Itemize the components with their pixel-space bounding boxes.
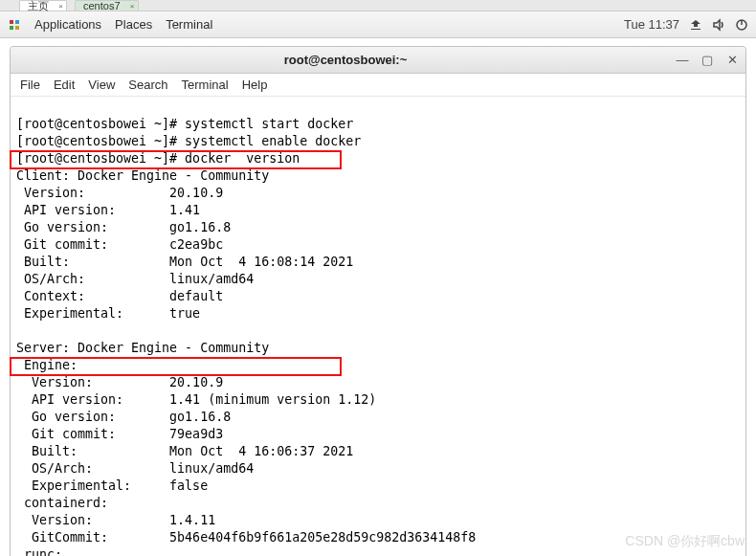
menu-search[interactable]: Search [128, 78, 167, 92]
menu-terminal[interactable]: Terminal [182, 78, 229, 92]
network-icon[interactable] [689, 18, 702, 32]
clock[interactable]: Tue 11:37 [624, 17, 679, 32]
close-icon[interactable]: × [130, 1, 135, 11]
term-line: Go version: go1.16.8 [16, 410, 231, 424]
term-line: OS/Arch: linux/amd64 [16, 461, 254, 476]
window-title: root@centosbowei:~ [16, 53, 675, 67]
term-line: Git commit: c2ea9bc [16, 237, 223, 252]
sound-icon[interactable] [712, 18, 725, 32]
term-line: Version: 20.10.9 [16, 375, 223, 389]
places-menu[interactable]: Places [115, 17, 152, 32]
term-line: GitCommit: 5b46e404f6b9f661a205e28d59c98… [16, 530, 476, 545]
tab-label: centos7 [83, 0, 121, 11]
term-line: [root@centosbowei ~]# systemctl enable d… [16, 134, 361, 148]
menu-help[interactable]: Help [242, 78, 268, 92]
menu-view[interactable]: View [88, 78, 115, 92]
menu-edit[interactable]: Edit [54, 78, 75, 92]
minimize-button[interactable]: — [675, 53, 690, 67]
term-line: Client: Docker Engine - Community [16, 168, 269, 183]
term-line: Context: default [16, 289, 223, 303]
close-icon[interactable]: × [58, 1, 63, 11]
terminal-window: root@centosbowei:~ — ▢ ✕ File Edit View … [10, 46, 746, 556]
term-line: [root@centosbowei ~]# docker version [16, 151, 300, 166]
system-tray: Tue 11:37 [624, 17, 748, 32]
menu-file[interactable]: File [20, 78, 40, 92]
term-line: Git commit: 79ea9d3 [16, 427, 223, 441]
term-line: OS/Arch: linux/amd64 [16, 272, 254, 286]
browser-tab-centos7[interactable]: centos7× [75, 0, 139, 11]
terminal-menu[interactable]: Terminal [166, 17, 212, 32]
close-button[interactable]: ✕ [724, 53, 740, 67]
term-line: Engine: [16, 358, 78, 372]
term-line: containerd: [16, 496, 108, 510]
gnome-top-panel: Applications Places Terminal Tue 11:37 [0, 11, 756, 38]
window-titlebar[interactable]: root@centosbowei:~ — ▢ ✕ [11, 47, 745, 74]
term-line: Experimental: false [16, 478, 208, 493]
applications-menu[interactable]: Applications [34, 17, 101, 32]
tab-label: 主页 [28, 0, 49, 11]
browser-tab-home[interactable]: 主页× [19, 0, 67, 11]
term-line: API version: 1.41 [16, 203, 200, 217]
term-line: Go version: go1.16.8 [16, 220, 231, 234]
term-line: [root@centosbowei ~]# systemctl start do… [16, 117, 353, 131]
term-line: Version: 20.10.9 [16, 186, 223, 200]
term-line: API version: 1.41 (minimum version 1.12) [16, 392, 376, 407]
terminal-output[interactable]: [root@centosbowei ~]# systemctl start do… [11, 97, 745, 556]
term-line: Built: Mon Oct 4 16:08:14 2021 [16, 255, 353, 269]
browser-tab-bar: 主页× centos7× [0, 0, 756, 11]
power-icon[interactable] [735, 18, 748, 32]
applications-icon[interactable] [8, 18, 21, 32]
term-line: Version: 1.4.11 [16, 513, 215, 527]
term-line: Built: Mon Oct 4 16:06:37 2021 [16, 444, 353, 458]
terminal-menubar: File Edit View Search Terminal Help [11, 74, 745, 97]
term-line: runc: [16, 547, 62, 556]
term-line: Server: Docker Engine - Community [16, 341, 269, 355]
term-line: Experimental: true [16, 306, 200, 321]
maximize-button[interactable]: ▢ [700, 53, 715, 67]
